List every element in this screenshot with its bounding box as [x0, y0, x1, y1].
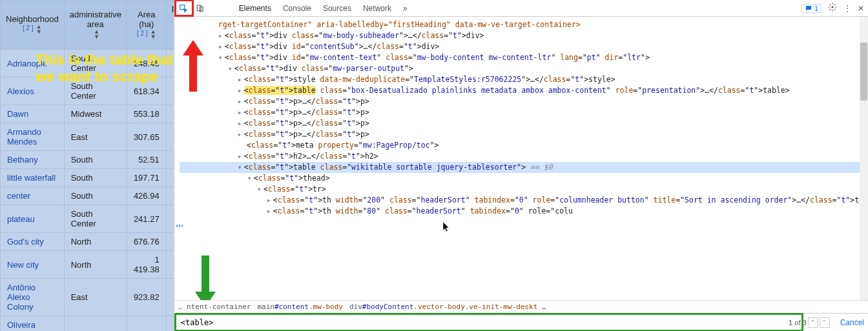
svg-rect-1 — [197, 5, 201, 10]
dom-node[interactable]: ▸<class="t">div class="mw-body-subheader… — [180, 30, 868, 41]
cursor-icon — [443, 222, 451, 232]
breadcrumb-item[interactable]: … ntent-container — [178, 303, 251, 311]
svg-point-3 — [831, 6, 834, 8]
scrollbar[interactable] — [860, 17, 868, 300]
elements-tree[interactable]: rget-targetContainer" aria-labelledby="f… — [174, 17, 868, 300]
neighborhood-link[interactable]: Bethany — [1, 151, 65, 169]
tab-sources[interactable]: Sources — [322, 1, 353, 15]
table-cell: 76 392 — [166, 105, 174, 123]
dom-node[interactable]: rget-targetContainer" aria-labelledby="f… — [180, 19, 868, 30]
tab-network[interactable]: Network — [362, 1, 393, 15]
tab-console[interactable]: Console — [282, 1, 313, 15]
table-cell: East — [64, 279, 127, 316]
more-icon[interactable]: ⋮ — [843, 4, 851, 13]
table-row: DawnMidwest553.1876 39211 681.7318 193 — [1, 105, 174, 123]
inspect-element-icon[interactable] — [178, 3, 189, 14]
dom-node[interactable]: <class="t">meta property="mw:PageProp/to… — [180, 140, 868, 151]
dom-node[interactable]: ▸<class="t">p>…</class="t">p> — [180, 118, 868, 129]
sort-icon[interactable]: ▲▼ — [150, 29, 156, 39]
table-cell: 248.45 — [127, 50, 166, 77]
table-cell: 52.51 — [127, 151, 166, 169]
tab-elements[interactable]: Elements — [238, 1, 273, 15]
dom-node[interactable]: ▾<class="t">table class="wikitable sorta… — [180, 162, 868, 173]
table-cell: 20 035 — [166, 169, 174, 187]
annotation-arrow-green — [195, 256, 216, 300]
column-header[interactable]: Population (2017 estimate) [ 2 ]▲▼ — [166, 1, 174, 50]
table-row: New cityNorth1 419.38143 2018 534.3634 2… — [1, 251, 174, 279]
table-cell: South — [64, 151, 127, 169]
dom-node[interactable]: ▸<class="t">style data-mw-deduplicate="T… — [180, 74, 868, 85]
neighborhood-link[interactable]: Armando Mendes — [1, 123, 65, 151]
table-cell: 140.01 — [127, 316, 166, 332]
table-row: centerSouth426.9439 2287,772.2910 828 — [1, 187, 174, 205]
breadcrumb-item[interactable]: div#bodyContent.vector-body.ve-init-mw-d… — [349, 303, 546, 311]
dom-node[interactable]: ▾<class="t">div class="mw-parser-output"… — [180, 63, 868, 74]
dom-node[interactable]: ▾<class="t">thead> — [180, 173, 868, 184]
find-cancel-button[interactable]: Cancel — [840, 318, 864, 327]
table-cell: 33 441 — [166, 123, 174, 151]
table-cell: 923.82 — [127, 279, 166, 316]
dom-node[interactable]: ▾<class="t">tr> — [180, 184, 868, 195]
table-cell: 143 201 — [166, 251, 174, 279]
find-input[interactable] — [178, 316, 783, 329]
breadcrumb-item[interactable]: main#content.mw-body — [257, 303, 342, 311]
dom-node[interactable]: ▸<class="t">h2>…</class="t">h2> — [180, 151, 868, 162]
dom-breadcrumb[interactable]: … ntent-container main#content.mw-body d… — [174, 300, 868, 313]
ellipsis-icon[interactable]: ⋯ — [176, 221, 184, 230]
table-row: AdrianopleSouth Center248.4510 4593,560.… — [1, 50, 174, 77]
table-cell: 39 228 — [166, 187, 174, 205]
table-row: God's cityNorth676.7682 91910 364.3819 3… — [1, 233, 174, 251]
dom-node[interactable]: ▸<class="t">table class="box-Desatualiza… — [180, 85, 868, 96]
close-icon[interactable]: ✕ — [858, 4, 864, 13]
dom-node[interactable]: ▸<class="t">p>…</class="t">p> — [180, 107, 868, 118]
column-header[interactable]: Neighborhood [ 2 ]▲▼ — [1, 1, 65, 50]
highlighted-table: Neighborhood [ 2 ]▲▼administrative area▲… — [0, 0, 174, 331]
table-cell: East — [64, 123, 127, 151]
table-row: Oliveira Machado ColonySouth140.0110 055… — [1, 316, 174, 332]
table-cell: 307.65 — [127, 123, 166, 151]
table-cell: South — [64, 316, 127, 332]
device-toggle-icon[interactable] — [195, 3, 205, 14]
table-cell: 82 919 — [166, 233, 174, 251]
sort-icon[interactable]: ▲▼ — [36, 24, 42, 34]
column-header[interactable]: administrative area▲▼ — [64, 1, 127, 50]
neighborhood-link[interactable]: Adrianople — [1, 50, 65, 77]
neighborhood-link[interactable]: God's city — [1, 233, 65, 251]
neighborhood-link[interactable]: center — [1, 187, 65, 205]
dom-node[interactable]: ▸<class="t">th width="200" class="header… — [180, 195, 868, 206]
table-row: AlexiosSouth Center618.3424 4173 340.406… — [1, 77, 174, 105]
table-cell: South Center — [64, 77, 127, 105]
messages-badge[interactable]: 1 — [801, 4, 822, 13]
neighborhood-link[interactable]: Dawn — [1, 105, 65, 123]
dom-node[interactable]: ▸<class="t">th width="80" class="headerS… — [180, 206, 868, 217]
table-cell: South Center — [64, 205, 127, 233]
devtools-tabs: Elements Console Sources Network » — [238, 1, 409, 15]
neighborhood-link[interactable]: Antônio Aleixo Colony — [1, 279, 65, 316]
devtools-toolbar: Elements Console Sources Network » 1 ⋮ ✕ — [174, 0, 868, 17]
table-row: BethanySouth52.5112 94020 845.553 119 — [1, 151, 174, 169]
dom-node[interactable]: ▸<class="t">p>…</class="t">p> — [180, 129, 868, 140]
sort-icon[interactable]: ▲▼ — [94, 29, 99, 39]
devtools-panel: Elements Console Sources Network » 1 ⋮ ✕… — [174, 0, 868, 331]
dom-node[interactable]: ▸<class="t">p>…</class="t">p> — [180, 96, 868, 107]
dom-node[interactable]: ▸<class="t">div id="contentSub">…</class… — [180, 41, 868, 52]
neighborhood-link[interactable]: Alexios — [1, 77, 65, 105]
table-cell: Midwest — [64, 105, 127, 123]
table-cell: South — [64, 187, 127, 205]
find-next-button[interactable]: ˅ — [820, 317, 830, 328]
table-cell: 1 419.38 — [127, 251, 166, 279]
tab-more[interactable]: » — [402, 1, 409, 15]
settings-icon[interactable] — [828, 3, 837, 14]
find-prev-button[interactable]: ˄ — [808, 317, 818, 328]
dom-node[interactable]: ▾<class="t">div id="mw-content-text" cla… — [180, 52, 868, 63]
neighborhood-link[interactable]: New city — [1, 251, 65, 279]
neighborhood-link[interactable]: little waterfall — [1, 169, 65, 187]
column-header[interactable]: Area (ha) [ 2 ]▲▼ — [127, 1, 166, 50]
table-cell: South Center — [64, 50, 127, 77]
table-cell: 426.94 — [127, 187, 166, 205]
neighborhood-link[interactable]: plateau — [1, 205, 65, 233]
table-cell: South — [64, 169, 127, 187]
neighborhood-link[interactable]: Oliveira Machado Colony — [1, 316, 65, 332]
find-position: 1 of 3 — [789, 319, 807, 326]
table-cell: 10 055 — [166, 316, 174, 332]
